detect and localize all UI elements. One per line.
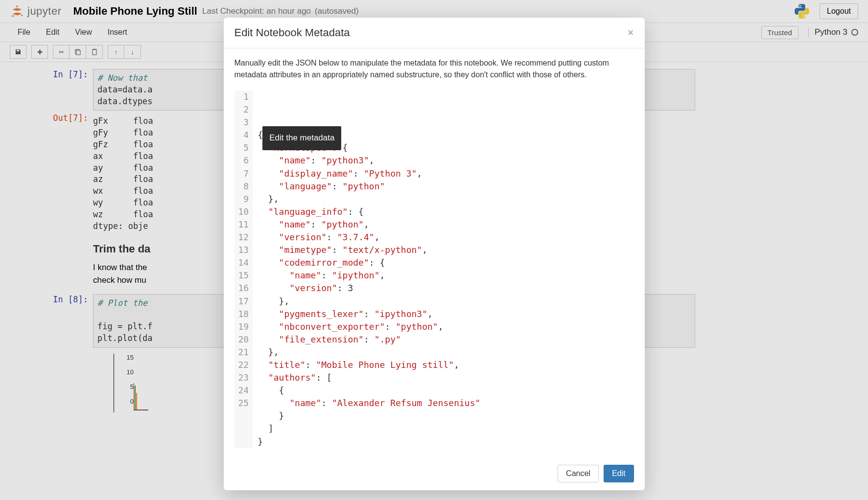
edit-button[interactable]: Edit (604, 465, 634, 482)
metadata-editor[interactable]: 1234567891011121314151617181920212223242… (235, 91, 634, 448)
modal-header: Edit Notebook Metadata × (224, 18, 645, 48)
modal-description: Manually edit the JSON below to manipula… (235, 57, 634, 81)
line-gutter: 1234567891011121314151617181920212223242… (235, 91, 253, 448)
cancel-button[interactable]: Cancel (558, 465, 599, 482)
modal-title: Edit Notebook Metadata (235, 26, 350, 39)
modal-body: Manually edit the JSON below to manipula… (224, 48, 645, 457)
code-area[interactable]: Edit the metadata { "kernelspec": { "nam… (253, 91, 633, 448)
modal-footer: Cancel Edit (224, 457, 645, 490)
tooltip: Edit the metadata (262, 126, 341, 150)
modal-overlay[interactable]: Edit Notebook Metadata × Manually edit t… (0, 0, 868, 500)
modal-close-button[interactable]: × (628, 26, 634, 39)
close-icon: × (628, 26, 634, 39)
edit-metadata-modal: Edit Notebook Metadata × Manually edit t… (224, 18, 645, 490)
